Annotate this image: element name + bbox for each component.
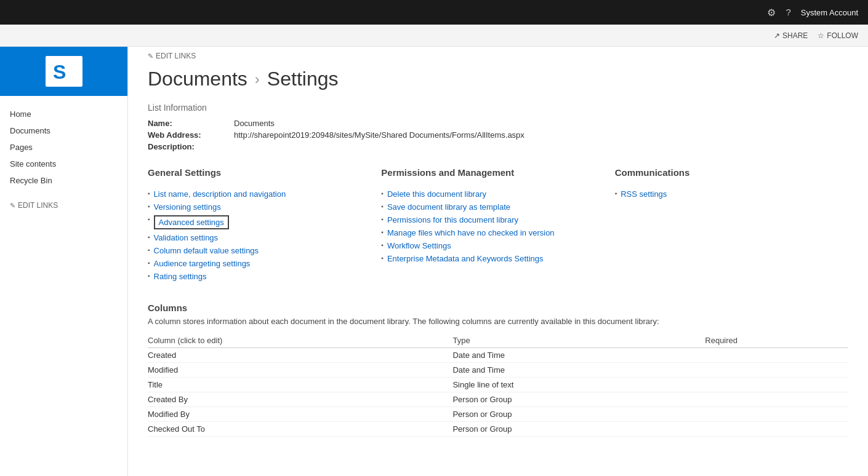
sidebar-home-label: Home [10, 109, 31, 119]
general-settings-link-6[interactable]: Rating settings [154, 272, 207, 281]
action-bar: ↗ SHARE ☆ FOLLOW [0, 25, 868, 47]
permissions-link-4[interactable]: Workflow Settings [387, 241, 451, 250]
sidebar-edit-links-button[interactable]: ✎ EDIT LINKS [0, 196, 127, 215]
link-permissions: Permissions for this document library [381, 213, 605, 226]
sidebar-logo: S [0, 47, 127, 96]
follow-button[interactable]: ☆ FOLLOW [818, 31, 858, 40]
bullet-icon-2 [148, 216, 150, 223]
bullet-icon-0 [148, 190, 150, 197]
col-type-title: Single line of text [452, 378, 705, 392]
page-edit-links-button[interactable]: ✎ EDIT LINKS [148, 47, 848, 63]
communications-link-0[interactable]: RSS settings [621, 189, 667, 199]
general-settings-link-0[interactable]: List name, description and navigation [154, 189, 286, 199]
link-manage-files: Manage files which have no checked in ve… [381, 226, 605, 239]
link-versioning: Versioning settings [148, 200, 371, 213]
link-validation: Validation settings [148, 231, 371, 244]
link-list-name: List name, description and navigation [148, 188, 371, 200]
col-name-modified-by[interactable]: Modified By [148, 407, 452, 422]
logo-container: S [39, 53, 89, 90]
columns-table: Column (click to edit) Type Required Cre… [148, 333, 848, 437]
link-rss-settings: RSS settings [615, 188, 838, 200]
general-settings-column: General Settings List name, description … [148, 167, 381, 283]
settings-sections: General Settings List name, description … [148, 167, 848, 283]
pm-bullet-0 [381, 190, 384, 197]
table-row: Title Single line of text [148, 378, 848, 392]
list-info-description-row: Description: [148, 141, 848, 153]
bullet-icon-3 [148, 234, 150, 240]
permissions-link-3[interactable]: Manage files which have no checked in ve… [387, 228, 555, 237]
pm-bullet-2 [381, 216, 384, 223]
sidebar-item-home[interactable]: Home [0, 106, 127, 122]
col-type-created: Date and Time [452, 348, 705, 363]
table-row: Created Date and Time [148, 348, 848, 363]
link-audience-targeting: Audience targeting settings [148, 257, 371, 270]
permissions-link-5[interactable]: Enterprise Metadata and Keywords Setting… [387, 254, 544, 263]
general-settings-heading: General Settings [148, 167, 371, 180]
col-name-checked-out-to[interactable]: Checked Out To [148, 422, 452, 437]
col-header-type: Type [452, 333, 705, 348]
help-icon[interactable] [786, 7, 790, 18]
user-account-label[interactable]: System Account [801, 8, 858, 17]
col-type-modified: Date and Time [452, 363, 705, 378]
gear-icon[interactable] [767, 7, 776, 18]
list-info-heading: List Information [148, 103, 848, 113]
breadcrumb-arrow: › [255, 71, 260, 88]
link-advanced-settings-wrapper: Advanced settings [148, 213, 371, 231]
columns-table-body: Created Date and Time Modified Date and … [148, 348, 848, 437]
permissions-link-1[interactable]: Save document library as template [387, 202, 510, 212]
col-name-created-by[interactable]: Created By [148, 392, 452, 407]
columns-table-header: Column (click to edit) Type Required [148, 333, 848, 348]
columns-description: A column stores information about each d… [148, 317, 848, 326]
sidebar-navigation: Home Documents Pages Site contents Recyc… [0, 101, 127, 194]
edit-pencil-icon: ✎ [148, 52, 153, 60]
sidebar-documents-label: Documents [10, 126, 50, 135]
col-required-created [705, 348, 848, 363]
sidebar-item-site-contents[interactable]: Site contents [0, 156, 127, 172]
col-name-created[interactable]: Created [148, 348, 452, 363]
col-header-required: Required [705, 333, 848, 348]
list-name-value: Documents [234, 119, 275, 128]
general-settings-link-1[interactable]: Versioning settings [154, 202, 221, 212]
col-type-modified-by: Person or Group [452, 407, 705, 422]
permissions-management-column: Permissions and Management Delete this d… [381, 167, 614, 283]
communications-column: Communications RSS settings [615, 167, 848, 283]
permissions-management-heading: Permissions and Management [381, 167, 605, 180]
top-navigation-bar: System Account [0, 0, 868, 25]
link-column-default: Column default value settings [148, 244, 371, 257]
pm-bullet-3 [381, 229, 384, 236]
main-layout: S Home Documents Pages Site contents Rec… [0, 47, 868, 476]
list-webaddress-value: http://sharepoint2019:20948/sites/MySite… [234, 130, 524, 140]
permissions-link-2[interactable]: Permissions for this document library [387, 215, 518, 224]
sidebar-item-pages[interactable]: Pages [0, 139, 127, 156]
col-name-title[interactable]: Title [148, 378, 452, 392]
sidebar-recycle-bin-label: Recycle Bin [10, 176, 52, 185]
general-settings-link-2[interactable]: Advanced settings [159, 218, 224, 227]
sidebar-item-documents[interactable]: Documents [0, 122, 127, 139]
columns-section: Columns A column stores information abou… [148, 303, 848, 437]
bullet-icon-1 [148, 203, 150, 210]
link-workflow: Workflow Settings [381, 239, 605, 252]
bullet-icon-4 [148, 247, 150, 253]
link-save-template: Save document library as template [381, 200, 605, 213]
content-area: ✎ EDIT LINKS Documents › Settings List I… [128, 47, 868, 476]
col-required-modified [705, 363, 848, 378]
sidebar-site-contents-label: Site contents [10, 159, 56, 169]
col-name-modified[interactable]: Modified [148, 363, 452, 378]
pm-bullet-1 [381, 203, 384, 210]
pm-bullet-5 [381, 255, 384, 261]
col-required-checked-out-to [705, 422, 848, 437]
link-delete-library: Delete this document library [381, 188, 605, 200]
sharepoint-logo: S [46, 56, 82, 87]
general-settings-link-3[interactable]: Validation settings [154, 233, 219, 242]
general-settings-link-4[interactable]: Column default value settings [154, 246, 259, 255]
col-type-checked-out-to: Person or Group [452, 422, 705, 437]
col-required-modified-by [705, 407, 848, 422]
permissions-link-0[interactable]: Delete this document library [387, 189, 486, 199]
col-header-name: Column (click to edit) [148, 333, 452, 348]
share-button[interactable]: ↗ SHARE [774, 31, 808, 40]
general-settings-link-5[interactable]: Audience targeting settings [154, 259, 251, 268]
sidebar-item-recycle-bin[interactable]: Recycle Bin [0, 172, 127, 189]
sidebar: S Home Documents Pages Site contents Rec… [0, 47, 128, 476]
breadcrumb-documents[interactable]: Documents [148, 68, 247, 90]
share-icon: ↗ [774, 31, 780, 40]
